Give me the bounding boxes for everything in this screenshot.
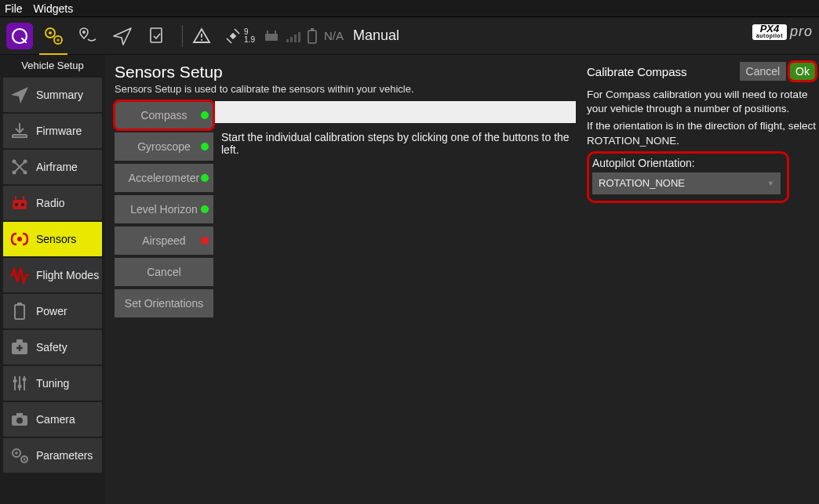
svg-rect-17 bbox=[308, 31, 316, 43]
panel-cancel-button[interactable]: Cancel bbox=[740, 62, 787, 81]
menu-widgets[interactable]: Widgets bbox=[34, 2, 74, 15]
sidebar-item-firmware[interactable]: Firmware bbox=[3, 114, 102, 148]
sidebar-item-label: Tuning bbox=[36, 377, 69, 390]
svg-rect-10 bbox=[265, 34, 278, 41]
svg-point-45 bbox=[24, 459, 26, 461]
svg-point-8 bbox=[201, 38, 202, 40]
level-horizon-button[interactable]: Level Horizon bbox=[115, 195, 213, 223]
sidebar-item-flight-modes[interactable]: Flight Modes bbox=[3, 258, 102, 292]
set-orientations-button[interactable]: Set Orientations bbox=[115, 289, 213, 317]
svg-rect-40 bbox=[16, 413, 23, 416]
camera-icon bbox=[8, 408, 31, 431]
warning-triangle-icon bbox=[192, 27, 211, 45]
orientation-highlight-box: Autopilot Orientation: ROTATION_NONE ▼ bbox=[587, 151, 789, 203]
svg-point-2 bbox=[49, 31, 52, 34]
svg-rect-14 bbox=[290, 37, 293, 42]
app-logo-button[interactable] bbox=[6, 23, 33, 49]
waveform-icon bbox=[8, 263, 31, 287]
signal-status[interactable] bbox=[285, 28, 300, 44]
orientation-select[interactable]: ROTATION_NONE ▼ bbox=[592, 172, 781, 194]
svg-rect-16 bbox=[298, 32, 300, 42]
svg-point-24 bbox=[15, 203, 18, 206]
button-label: Compass bbox=[140, 109, 187, 121]
svg-point-5 bbox=[82, 31, 86, 34]
svg-rect-27 bbox=[23, 196, 24, 201]
sidebar: Vehicle Setup Summary Firmware Airframe … bbox=[0, 55, 105, 504]
progress-bar bbox=[215, 101, 576, 123]
button-label: Gyroscope bbox=[137, 140, 191, 153]
accelerometer-button[interactable]: Accelerometer bbox=[115, 164, 213, 192]
panel-ok-button[interactable]: Ok bbox=[789, 62, 816, 81]
radio-icon bbox=[8, 191, 31, 215]
drone-icon bbox=[8, 155, 31, 179]
sidebar-item-label: Sensors bbox=[36, 233, 76, 245]
main-content: Sensors Setup Sensors Setup is used to c… bbox=[105, 55, 584, 504]
rc-status[interactable] bbox=[263, 27, 280, 45]
plane-button[interactable] bbox=[108, 22, 136, 50]
waypoint-button[interactable] bbox=[74, 22, 102, 50]
svg-point-36 bbox=[18, 385, 22, 389]
status-dot-icon bbox=[201, 143, 209, 150]
menubar: File Widgets bbox=[0, 0, 819, 17]
sidebar-item-power[interactable]: Power bbox=[3, 294, 102, 328]
sidebar-item-label: Firmware bbox=[36, 125, 82, 137]
analyze-button[interactable] bbox=[143, 22, 171, 50]
sidebar-item-camera[interactable]: Camera bbox=[3, 402, 102, 437]
sensor-button-column: Compass Gyroscope Accelerometer Level Ho… bbox=[115, 101, 213, 321]
svg-rect-11 bbox=[267, 31, 268, 34]
messages-button[interactable] bbox=[187, 22, 216, 50]
sensor-waves-icon bbox=[8, 227, 31, 251]
button-label: Accelerometer bbox=[129, 172, 199, 184]
instruction-text: Start the individual calibration steps b… bbox=[221, 131, 582, 156]
page-title: Sensors Setup bbox=[115, 63, 584, 82]
sidebar-item-radio[interactable]: Radio bbox=[3, 186, 102, 220]
sidebar-item-label: Airframe bbox=[36, 161, 78, 173]
svg-rect-9 bbox=[230, 32, 236, 38]
airspeed-button[interactable]: Airspeed bbox=[115, 227, 213, 255]
svg-rect-18 bbox=[311, 28, 314, 31]
cancel-calibration-button[interactable]: Cancel bbox=[115, 258, 213, 286]
sidebar-item-label: Power bbox=[36, 305, 67, 317]
sidebar-title: Vehicle Setup bbox=[0, 56, 105, 76]
signal-bars-icon bbox=[285, 28, 300, 44]
status-dot-icon bbox=[201, 237, 209, 245]
svg-point-34 bbox=[13, 379, 17, 383]
battery-status[interactable] bbox=[305, 27, 319, 45]
sidebar-item-sensors[interactable]: Sensors bbox=[3, 222, 102, 256]
sidebar-item-summary[interactable]: Summary bbox=[3, 78, 102, 112]
compass-button[interactable]: Compass bbox=[115, 101, 213, 129]
svg-point-43 bbox=[15, 451, 18, 455]
vehicle-setup-button[interactable] bbox=[39, 22, 67, 50]
menu-file[interactable]: File bbox=[5, 2, 23, 15]
svg-point-41 bbox=[16, 418, 23, 424]
sidebar-item-label: Flight Modes bbox=[36, 269, 99, 281]
battery-na-label: N/A bbox=[324, 29, 344, 42]
paper-plane-icon bbox=[8, 83, 31, 107]
gyroscope-button[interactable]: Gyroscope bbox=[115, 132, 213, 161]
gps-button[interactable]: 9 1.9 bbox=[222, 22, 257, 50]
rc-icon bbox=[263, 27, 280, 45]
flight-mode-label[interactable]: Manual bbox=[353, 27, 399, 44]
svg-rect-29 bbox=[15, 305, 24, 319]
sidebar-item-parameters[interactable]: Parameters bbox=[3, 438, 102, 473]
sidebar-item-tuning[interactable]: Tuning bbox=[3, 366, 102, 401]
battery-icon bbox=[8, 299, 31, 323]
sliders-icon bbox=[8, 372, 31, 395]
sidebar-item-label: Radio bbox=[36, 197, 65, 209]
button-label: Set Orientations bbox=[125, 297, 203, 310]
sidebar-item-label: Safety bbox=[36, 341, 67, 354]
sidebar-item-safety[interactable]: Safety bbox=[3, 330, 102, 364]
sidebar-item-label: Summary bbox=[36, 89, 83, 101]
toolbar: 9 1.9 N/A Manual PX4 autopilot pro bbox=[0, 17, 819, 55]
gps-count: 9 1.9 bbox=[244, 28, 255, 44]
status-dot-icon bbox=[201, 174, 209, 182]
brand-logo: PX4 autopilot pro bbox=[752, 24, 813, 40]
svg-rect-13 bbox=[286, 39, 289, 42]
panel-text-1: For Compass calibration you will need to… bbox=[587, 88, 816, 116]
page-subtitle: Sensors Setup is used to calibrate the s… bbox=[115, 83, 584, 95]
battery-icon bbox=[305, 27, 319, 45]
button-label: Level Horizon bbox=[130, 203, 198, 216]
sidebar-item-airframe[interactable]: Airframe bbox=[3, 150, 102, 184]
svg-point-4 bbox=[56, 38, 59, 41]
paper-plane-icon bbox=[111, 25, 133, 47]
